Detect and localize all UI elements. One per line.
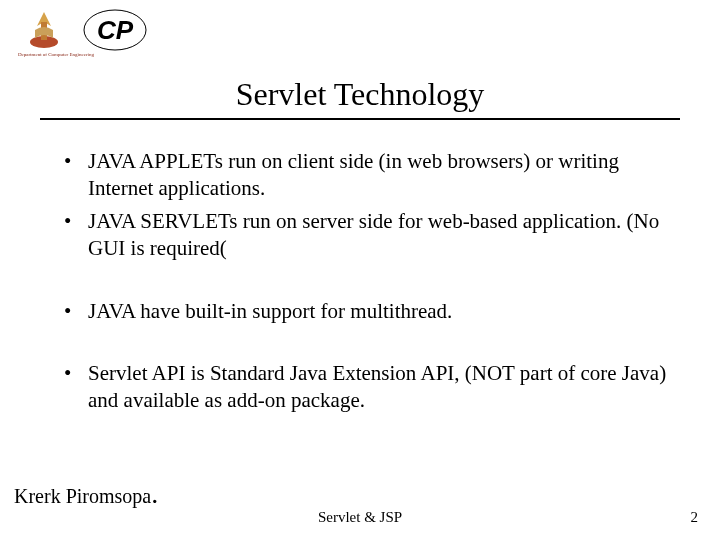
svg-text:CP: CP — [97, 15, 134, 45]
dept-caption: Department of Computer Engineering — [18, 52, 70, 57]
footer-page-number: 2 — [691, 509, 699, 526]
list-item: JAVA SERVLETs run on server side for web… — [58, 208, 672, 262]
slide-body: JAVA APPLETs run on client side (in web … — [58, 148, 672, 420]
title-rule — [40, 118, 680, 120]
cp-logo: CP — [82, 8, 148, 52]
list-item: Servlet API is Standard Java Extension A… — [58, 360, 672, 414]
list-item: JAVA have built-in support for multithre… — [58, 298, 672, 325]
emblem-icon — [25, 8, 63, 50]
bullet-group-3: Servlet API is Standard Java Extension A… — [58, 360, 672, 414]
bullet-group-1: JAVA APPLETs run on client side (in web … — [58, 148, 672, 262]
page-title: Servlet Technology — [0, 76, 720, 113]
cp-icon: CP — [82, 8, 148, 52]
dept-logo: Department of Computer Engineering — [18, 8, 70, 60]
header-logos: Department of Computer Engineering CP — [18, 8, 148, 60]
list-item: JAVA APPLETs run on client side (in web … — [58, 148, 672, 202]
footer-author: Krerk Piromsopa. — [14, 485, 158, 508]
author-name: Krerk Piromsopa — [14, 485, 151, 507]
footer-center: Servlet & JSP — [0, 509, 720, 526]
bullet-group-2: JAVA have built-in support for multithre… — [58, 298, 672, 325]
